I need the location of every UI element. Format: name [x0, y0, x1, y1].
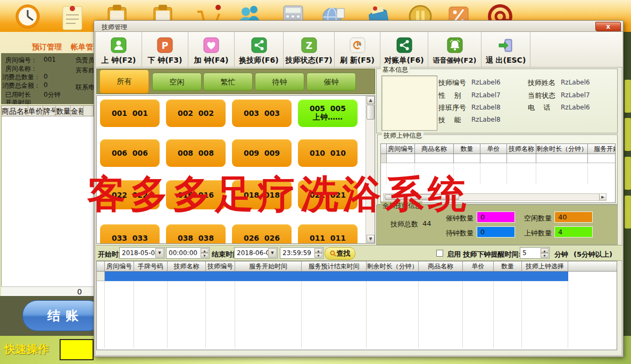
technician-card[interactable]: 022 022 — [100, 180, 160, 209]
search-icon — [330, 250, 336, 257]
status-tabbar: 所有 空闲 繁忙 待钟 催钟 — [96, 69, 375, 94]
technician-card[interactable]: 008 008 — [166, 139, 226, 167]
col-qty: 数量 — [56, 106, 71, 116]
technician-card[interactable]: 005 005上钟…… — [298, 99, 358, 127]
scrollbar-thumb[interactable] — [367, 105, 375, 120]
clock-icon[interactable] — [13, 2, 42, 31]
end-time-input[interactable]: 23:59:59 ▲▼ — [280, 247, 323, 259]
wait-count-value: 0 — [477, 226, 515, 238]
reminder-label: 启用 技师下钟提醒时间: — [447, 250, 521, 259]
service-info-group: 技师上钟信息 房间编号 商品名称 数量 单价 技师名称 剩余时长（分钟） 服务开… — [377, 134, 618, 205]
field-label: 技师编号 — [438, 78, 466, 88]
dialog-title: 技师管理 — [102, 23, 127, 32]
technician-card[interactable]: 011 011 — [298, 224, 358, 244]
cue-count-value: 0 — [477, 211, 515, 223]
reminder-minutes-input[interactable]: 5 ▲▼ — [520, 247, 550, 259]
grid-scrollbar[interactable]: ▲ ▼ — [366, 96, 375, 243]
status-z-icon: Z — [301, 37, 317, 56]
side-tab[interactable] — [625, 196, 631, 228]
svg-text:P: P — [162, 40, 168, 51]
qty-label: 消费总数量： — [2, 73, 40, 82]
technician-card[interactable]: 038 038 — [166, 224, 226, 244]
tab-busy[interactable]: 繁忙 — [203, 73, 253, 91]
order-table-body — [1, 116, 94, 286]
technician-card[interactable]: 009 009 — [232, 139, 292, 167]
voice-cue-button[interactable]: 语音催钟(F2) — [428, 32, 481, 67]
memo-icon[interactable] — [57, 2, 86, 31]
hscrollbar-thumb[interactable] — [385, 194, 459, 200]
qty-value: 0 — [44, 73, 48, 80]
swap-technician-button[interactable]: 换技师(F6) — [235, 32, 284, 67]
find-button[interactable]: 查找 — [325, 247, 355, 260]
clock-in-button[interactable]: 上 钟(F2) — [96, 32, 142, 67]
technician-card[interactable]: 010 010 — [298, 139, 358, 167]
technician-card[interactable]: 006 006 — [100, 139, 160, 167]
time-spinner[interactable]: ▲▼ — [201, 248, 209, 258]
technician-card[interactable]: 016 016 — [166, 180, 226, 209]
tab-all[interactable]: 所有 — [99, 70, 149, 94]
reminder-checkbox[interactable] — [436, 250, 443, 257]
reminder-note: (5分钟以上) — [574, 250, 612, 259]
field-value: RzLabel6 — [471, 79, 501, 86]
col-amount: 金额 — [71, 106, 84, 116]
technician-status-button[interactable]: Z 技师状态(F7) — [284, 32, 335, 67]
add-clock-button[interactable]: 加 钟(F4) — [188, 32, 235, 67]
technician-manager-dialog: 技师管理 x 上 钟(F2) P 下 钟(F3) 加 钟(F4) 换技师(F6)… — [94, 20, 624, 357]
scroll-down-icon[interactable]: ▼ — [367, 235, 375, 243]
field-label: 电 话 — [528, 103, 551, 113]
side-tab[interactable] — [625, 80, 631, 113]
exit-button[interactable]: 退 出(ESC) — [481, 32, 530, 67]
checkout-button[interactable]: 结账 — [22, 300, 103, 331]
quick-op-input[interactable] — [60, 339, 94, 360]
service-table-hscrollbar[interactable]: ▶ — [383, 193, 607, 201]
technician-card[interactable]: 002 002 — [166, 99, 226, 127]
refresh-button[interactable]: 刷 新(F5) — [335, 32, 380, 67]
field-label: 性 别 — [438, 91, 461, 100]
checkout-strip: 结账 — [0, 296, 94, 336]
chevron-down-icon[interactable]: ▼ — [155, 248, 164, 258]
technician-card[interactable]: 003 003 — [232, 99, 292, 127]
minutes-spinner[interactable]: ▲▼ — [541, 248, 549, 258]
reconcile-button[interactable]: 对账单(F6) — [380, 32, 428, 67]
chevron-down-icon[interactable]: ▼ — [268, 248, 277, 258]
close-button[interactable]: x — [595, 22, 621, 31]
scroll-right-icon[interactable]: ▶ — [599, 194, 606, 200]
side-tab[interactable] — [625, 118, 631, 151]
tab-idle[interactable]: 空闲 — [152, 73, 202, 91]
scroll-up-icon[interactable]: ▲ — [367, 96, 375, 104]
technician-card[interactable]: 033 033 — [100, 224, 160, 244]
room-name-label: 房间名称： — [5, 64, 37, 73]
selected-row[interactable] — [97, 272, 617, 281]
technician-card[interactable]: 001 001 — [100, 99, 160, 127]
tab-cue[interactable]: 催钟 — [306, 73, 356, 91]
start-time-input[interactable]: 00:00:00 ▲▼ — [166, 247, 210, 259]
open-time-label: 开单时间 — [5, 98, 31, 104]
order-table-header: 商品名称 单价 牌号 数量 金额 — [1, 105, 94, 116]
technician-card[interactable]: 021 021 — [298, 180, 358, 209]
tab-waiting[interactable]: 待钟 — [255, 73, 304, 91]
service-table-row[interactable] — [381, 154, 615, 163]
technician-card[interactable]: 018 018 — [232, 180, 292, 209]
side-tab[interactable] — [625, 157, 631, 190]
dialog-titlebar[interactable]: 技师管理 x — [94, 21, 623, 32]
person-icon — [111, 37, 127, 56]
room-no-value: 001 — [44, 56, 56, 63]
clock-out-button[interactable]: P 下 钟(F3) — [142, 32, 188, 67]
end-date-select[interactable]: 2018-06-01▼ — [234, 247, 278, 259]
col-product: 商品名称 — [2, 106, 28, 116]
voice-bell-icon — [447, 37, 463, 56]
basic-info-title: 基本信息 — [381, 65, 410, 74]
technician-photo — [381, 75, 437, 131]
total-label: 技师总数 — [391, 219, 418, 229]
busy-count-label: 上钟数量 — [524, 228, 552, 238]
time-spinner[interactable]: ▲▼ — [314, 248, 322, 258]
room-no-label: 房间编号： — [5, 56, 37, 65]
service-table-body — [381, 163, 615, 184]
svg-text:Z: Z — [305, 40, 312, 51]
start-date-select[interactable]: 2018-05-02▼ — [119, 247, 165, 259]
service-table-header: 房间编号 商品名称 数量 单价 技师名称 剩余时长（分钟） 服务开始时间 — [381, 144, 615, 154]
nav-booking[interactable]: 预订管理 — [32, 43, 62, 52]
field-label: 当前状态 — [528, 91, 555, 100]
technician-card[interactable]: 026 026 — [232, 224, 292, 244]
left-order-panel: 预订管理 帐单管理 房间编号： 001 负责员 房间名称： 宾客姓 消费总数量：… — [0, 32, 94, 336]
